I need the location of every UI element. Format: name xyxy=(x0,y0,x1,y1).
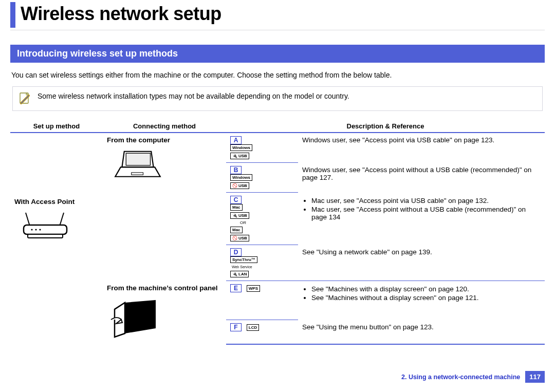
svg-rect-9 xyxy=(132,173,143,175)
chip-d-conn-label: 🔌 LAN xyxy=(230,271,249,277)
chip-cell-c: C Mac 🔌 USB OR Mac 🚫 USB xyxy=(226,193,298,245)
page-footer: 2. Using a network-connected machine 117 xyxy=(401,371,545,383)
footer-chapter: 2. Using a network-connected machine xyxy=(401,374,520,381)
title-accent-bar xyxy=(10,2,15,28)
chip-a-os-label: Windows xyxy=(230,144,252,151)
svg-point-7 xyxy=(39,229,41,230)
th-desc: Description & Reference xyxy=(226,120,545,133)
desc-c-2: Mac user, see "Access point without a US… xyxy=(311,206,541,221)
note-text: Some wireless network installation types… xyxy=(38,92,349,100)
svg-rect-8 xyxy=(126,153,150,165)
chip-a: A xyxy=(230,136,242,144)
svg-point-6 xyxy=(35,229,36,230)
chip-cell-f: F LCD xyxy=(226,320,298,344)
table-header-row: Set up method Connecting method Descript… xyxy=(10,120,545,133)
chip-d-app-label: SyncThru™ xyxy=(230,256,257,263)
th-connect: Connecting method xyxy=(103,120,226,133)
desc-e: See "Machines with a display screen" on … xyxy=(298,281,545,320)
svg-rect-4 xyxy=(28,234,63,238)
from-panel-label: From the machine’s control panel xyxy=(107,284,222,292)
chip-cell-a: A Windows 🔌 USB xyxy=(226,133,298,163)
title-divider xyxy=(10,30,545,30)
svg-line-1 xyxy=(26,213,30,226)
th-setup: Set up method xyxy=(10,120,103,133)
chip-d-sub-label: Web Service xyxy=(230,265,254,269)
desc-b: Windows user, see "Access point without … xyxy=(298,163,545,193)
desc-c: Mac user, see "Access point via USB cabl… xyxy=(298,193,545,245)
methods-table: Set up method Connecting method Descript… xyxy=(10,120,545,345)
desc-e-1: See "Machines with a display screen" on … xyxy=(311,285,541,293)
chip-f: F xyxy=(230,323,242,331)
table-row: With Access Point From the computer xyxy=(10,133,545,163)
setup-method-label: With Access Point xyxy=(14,198,99,206)
printer-panel-illustration xyxy=(107,295,163,341)
chip-cell-d: D SyncThru™ Web Service 🔌 LAN xyxy=(226,245,298,281)
svg-line-2 xyxy=(60,213,64,226)
chip-f-label: LCD xyxy=(247,324,259,331)
svg-point-5 xyxy=(31,229,32,230)
chip-e-label: WPS xyxy=(247,285,260,292)
chip-c-or-label: OR xyxy=(230,220,256,225)
desc-d: See "Using a network cable" on page 139. xyxy=(298,245,545,281)
chip-c-os-label-2: Mac xyxy=(230,227,243,233)
chip-cell-e: E WPS xyxy=(226,281,298,320)
desc-f: See "Using the menu button" on page 123. xyxy=(298,320,545,344)
chip-cell-b: B Windows 🚫 USB xyxy=(226,163,298,193)
desc-c-1: Mac user, see "Access point via USB cabl… xyxy=(311,197,541,204)
note-box: Some wireless network installation types… xyxy=(12,86,543,111)
cell-from-panel: From the machine’s control panel xyxy=(103,281,226,344)
chip-b-conn-label: 🚫 USB xyxy=(230,182,249,189)
cell-setup-method: With Access Point xyxy=(10,133,103,344)
laptop-illustration xyxy=(107,147,169,183)
chip-d: D xyxy=(230,248,242,256)
cell-from-computer: From the computer xyxy=(103,133,226,281)
chip-e: E xyxy=(230,284,242,292)
svg-rect-3 xyxy=(24,225,67,234)
desc-a: Windows user, see "Access point via USB … xyxy=(298,133,545,163)
note-icon xyxy=(19,92,30,105)
intro-paragraph: You can set wireless settings either fro… xyxy=(11,71,545,79)
chip-c-usb-label: 🔌 USB xyxy=(230,212,249,219)
from-computer-label: From the computer xyxy=(107,136,222,144)
footer-page-number: 117 xyxy=(525,371,545,383)
title-block: Wireless network setup xyxy=(10,2,545,28)
chip-a-conn-label: 🔌 USB xyxy=(230,153,249,159)
chip-c-os-label: Mac xyxy=(230,204,243,211)
page-title: Wireless network setup xyxy=(21,2,221,28)
chip-b-os-label: Windows xyxy=(230,174,252,181)
chip-b: B xyxy=(230,166,242,174)
chip-c-nousb-label: 🚫 USB xyxy=(230,235,249,241)
chip-c: C xyxy=(230,196,242,204)
access-point-illustration xyxy=(14,209,76,245)
desc-e-2: See "Machines without a display screen" … xyxy=(311,294,541,302)
section-heading: Introducing wireless set up methods xyxy=(10,45,545,63)
